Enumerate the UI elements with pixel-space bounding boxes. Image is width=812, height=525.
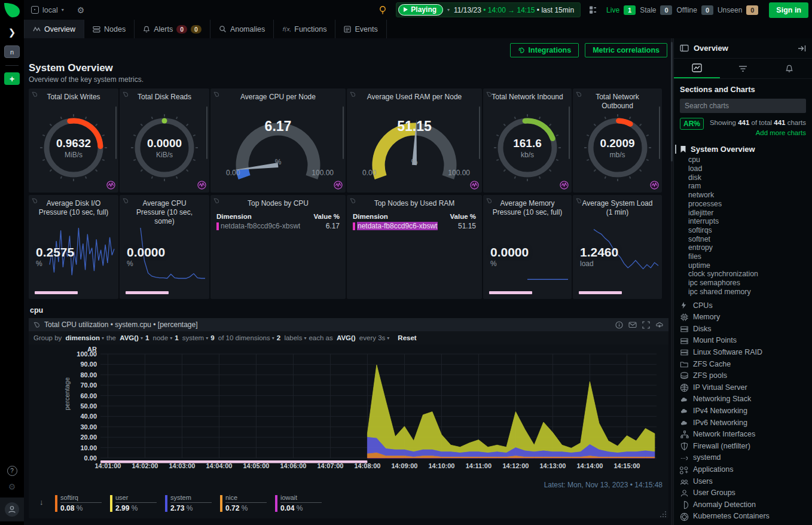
tab-anomalies[interactable]: Anomalies	[210, 20, 274, 38]
rail-settings-icon[interactable]: ⚙	[8, 482, 16, 492]
news-bulb-icon[interactable]	[378, 5, 387, 15]
sidebar-chart-item-ipc-semaphores[interactable]: ipc semaphores	[688, 279, 806, 288]
tab-functions[interactable]: f(x) Functions	[274, 20, 335, 38]
resize-grip[interactable]	[660, 511, 667, 517]
alerts-envelope-icon[interactable]	[628, 321, 637, 328]
sidebar-section-network-interfaces[interactable]: Network Interfaces	[680, 429, 806, 441]
sidebar-chart-item-disk[interactable]: disk	[688, 173, 806, 182]
instances-dropdown[interactable]: 1 system▾	[175, 334, 208, 341]
download-chart-icon[interactable]	[655, 321, 664, 328]
anomaly-rate-icon[interactable]	[470, 181, 479, 190]
node-count-badge-offline[interactable]: 0	[701, 5, 713, 15]
node-count-badge-stale[interactable]: 0	[660, 5, 672, 15]
labels-dropdown[interactable]: 2 labels▾	[277, 334, 307, 341]
sidebar-section-linux-software-raid[interactable]: Linux Software RAID	[680, 347, 806, 359]
user-avatar[interactable]	[0, 497, 24, 521]
legend-item-user[interactable]: user2.99 %	[110, 494, 157, 512]
space-menu[interactable]: local ▾	[31, 6, 64, 14]
anomaly-rate-icon[interactable]	[650, 181, 659, 190]
date-range-picker[interactable]: 11/13/23 • 14:00 → 14:15 • last 15min	[454, 6, 574, 14]
sidebar-section-zfs-pools[interactable]: ZFS pools	[680, 370, 806, 382]
legend-item-iowait[interactable]: iowait0.04 %	[275, 494, 322, 512]
col-value[interactable]: Value %	[314, 213, 340, 220]
sidebar-section-kubernetes-containers[interactable]: Kubernetes Containers	[680, 511, 806, 523]
tab-charts[interactable]	[674, 59, 720, 78]
sidebar-chart-item-uptime[interactable]: uptime	[688, 261, 806, 270]
sidebar-chart-item-interrupts[interactable]: interrupts	[688, 217, 806, 226]
table-row[interactable]: netdata-fb8ccd9c6-xbswt51.15	[353, 222, 476, 230]
sidebar-section-anomaly-detection[interactable]: Anomaly Detection	[680, 499, 806, 511]
anomaly-rate-icon[interactable]	[560, 181, 569, 190]
reset-button[interactable]: Reset	[398, 334, 416, 341]
chart-header[interactable]: Total CPU utilization • system.cpu • [pe…	[29, 318, 668, 331]
each-as-dropdown[interactable]: each as AVG() every 3s▾	[309, 334, 389, 341]
table-row[interactable]: netdata-fb8ccd9c6-xbswt6.17	[216, 222, 340, 230]
add-space-button[interactable]: +	[4, 72, 20, 85]
integrations-button[interactable]: Integrations	[510, 43, 579, 57]
legend-item-softirq[interactable]: softirq0.08 %	[55, 494, 102, 512]
sidebar-chart-item-processes[interactable]: processes	[688, 200, 806, 209]
col-value[interactable]: Value %	[450, 213, 476, 220]
playing-button[interactable]: Playing	[398, 4, 443, 16]
col-dimension[interactable]: Dimension	[353, 213, 388, 220]
col-dimension[interactable]: Dimension	[216, 213, 252, 220]
sidebar-section-user-groups[interactable]: User Groups	[680, 487, 806, 499]
tab-events[interactable]: Events	[335, 20, 386, 38]
node-count-badge-unseen[interactable]: 0	[746, 5, 758, 15]
sidebar-section-users[interactable]: Users	[680, 476, 806, 488]
sidebar-chart-item-ram[interactable]: ram	[688, 182, 806, 191]
info-icon[interactable]	[615, 321, 623, 329]
fullscreen-icon[interactable]	[642, 321, 650, 329]
cpu-stacked-area-chart[interactable]: 14:01:0014:02:0014:03:0014:04:0014:05:00…	[29, 344, 661, 481]
search-charts-input[interactable]	[680, 99, 806, 113]
expand-rail-icon[interactable]: ❯	[8, 27, 16, 38]
sidebar-chart-item-idlejitter[interactable]: idlejitter	[688, 209, 806, 218]
anomaly-rate-icon[interactable]	[334, 181, 343, 190]
sidebar-section-memory[interactable]: Memory	[680, 312, 806, 323]
sidebar-chart-item-network[interactable]: network	[688, 191, 806, 200]
sidebar-section-systemd[interactable]: systemd	[680, 452, 806, 464]
sidebar-item-system-overview[interactable]: System Overview	[675, 145, 806, 154]
legend-item-system[interactable]: system2.73 %	[165, 494, 212, 512]
sidebar-chart-item-load[interactable]: load	[688, 164, 806, 173]
tab-alerts[interactable]: Alerts 0 0	[135, 20, 210, 38]
ar-percent-badge[interactable]: AR%	[680, 118, 704, 130]
metric-correlations-button[interactable]: Metric correlations	[585, 43, 667, 57]
dimensions-dropdown[interactable]: 9 of 10 dimensions▾	[210, 334, 274, 341]
aggregate-dropdown[interactable]: the AVG()▾	[106, 334, 143, 341]
sidebar-chart-item-entropy[interactable]: entropy	[688, 243, 806, 252]
tab-nodes[interactable]: Nodes	[84, 20, 135, 38]
sidebar-chart-item-softirqs[interactable]: softirqs	[688, 226, 806, 235]
settings-gear-icon[interactable]: ⚙	[77, 5, 85, 15]
tab-overview[interactable]: Overview	[24, 20, 84, 38]
dimension-name[interactable]: netdata-fb8ccd9c6-xbswt	[357, 222, 438, 230]
groupby-dropdown[interactable]: Group by dimension▾	[33, 334, 104, 341]
tab-alerts-panel[interactable]	[766, 59, 812, 78]
sidebar-section-zfs-cache[interactable]: ZFS Cache	[680, 359, 806, 371]
sidebar-section-disks[interactable]: Disks	[680, 323, 806, 335]
tab-filters[interactable]	[720, 59, 766, 78]
sidebar-section-applications[interactable]: Applications	[680, 464, 806, 476]
sidebar-chart-item-clock-synchronization[interactable]: clock synchronization	[688, 270, 806, 279]
node-count-badge-live[interactable]: 1	[624, 5, 636, 15]
main-scrollbar[interactable]	[671, 38, 673, 525]
nodes-dropdown[interactable]: 1 node▾	[145, 334, 172, 341]
sidebar-section-firewall-netfilter-[interactable]: Firewall (netfilter)	[680, 441, 806, 453]
play-caret-icon[interactable]: ▾	[447, 7, 450, 13]
help-icon[interactable]: ?	[7, 466, 17, 476]
sidebar-chart-item-ipc-shared-memory[interactable]: ipc shared memory	[688, 288, 806, 297]
legend-sort-arrow-icon[interactable]: ↓	[39, 497, 44, 506]
sidebar-chart-item-cpu[interactable]: cpu	[688, 155, 806, 164]
add-more-charts-link[interactable]: Add more charts	[710, 128, 806, 138]
node-tile[interactable]: n	[4, 45, 20, 58]
sidebar-section-networking-stack[interactable]: Networking Stack	[680, 393, 806, 405]
netdata-logo[interactable]	[3, 2, 21, 19]
sidebar-section-ip-virtual-server[interactable]: IP Virtual Server	[680, 382, 806, 394]
sidebar-section-ipv4-networking[interactable]: IPv4 Networking	[680, 405, 806, 417]
anomaly-rate-icon[interactable]	[106, 181, 115, 190]
collapse-sidebar-icon[interactable]	[798, 45, 806, 52]
sidebar-section-cpus[interactable]: CPUs	[680, 300, 806, 312]
sign-in-button[interactable]: Sign in	[769, 2, 808, 18]
sidebar-chart-item-files[interactable]: files	[688, 252, 806, 261]
legend-item-nice[interactable]: nice0.72 %	[220, 494, 267, 512]
